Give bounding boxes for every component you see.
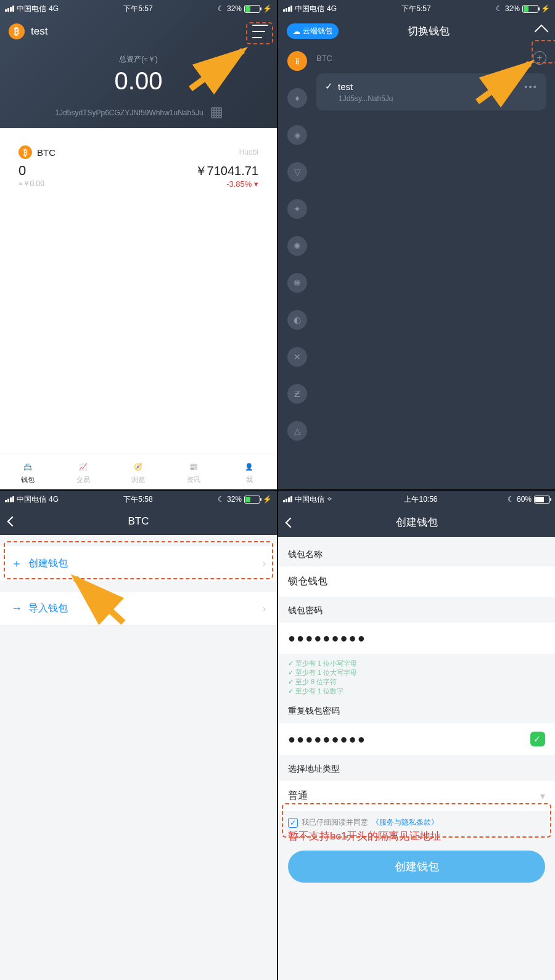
tab-wallet[interactable]: 📇钱包 — [20, 460, 35, 484]
check-icon: ✓ — [325, 81, 333, 92]
create-wallet-row[interactable]: ＋ 创建钱包 › — [0, 546, 277, 581]
compass-icon: 🧭 — [131, 460, 146, 473]
price-source: Huobi — [239, 148, 258, 157]
password-field[interactable]: ●●●●●●●●● — [278, 623, 555, 654]
token-change: -3.85% ▾ — [195, 179, 258, 189]
clock-label: 下午5:58 — [123, 494, 152, 505]
screen-create-wallet: 中国电信 ᯤ 上午10:56 ☾ 60% 创建钱包 钱包名称 锁仓钱包 钱包密码… — [278, 491, 555, 980]
chain-bnb-icon[interactable]: ✦ — [287, 199, 307, 219]
dnd-icon: ☾ — [218, 4, 224, 13]
page-title: BTC — [16, 515, 261, 528]
dropdown-caret-icon: ▾ — [540, 790, 545, 802]
collapse-icon[interactable] — [535, 24, 549, 38]
trade-icon: 📈 — [76, 460, 91, 473]
more-icon[interactable]: ••• — [524, 81, 538, 92]
password-label: 钱包密码 — [278, 597, 555, 623]
carrier-label: 中国电信 — [17, 494, 46, 505]
terms-link[interactable]: 《服务与隐私条款》 — [372, 817, 438, 828]
dnd-icon: ☾ — [496, 4, 503, 13]
battery-pct: 32% — [227, 4, 242, 13]
status-bar: 中国电信 4G 下午5:58 ☾ 32% ⚡ — [0, 491, 277, 508]
token-fiat: ≈￥0.00 — [18, 179, 44, 189]
chain-eth-icon[interactable]: ♦ — [287, 88, 307, 108]
signal-icon — [283, 6, 292, 12]
section-label: BTC — [316, 54, 332, 63]
chevron-right-icon: › — [263, 603, 266, 615]
profile-icon: 👤 — [242, 460, 257, 473]
clock-label: 下午5:57 — [401, 4, 430, 14]
dnd-icon: ☾ — [508, 495, 514, 504]
tab-trade[interactable]: 📈交易 — [76, 460, 91, 484]
import-wallet-row[interactable]: → 导入钱包 › — [0, 592, 277, 626]
address-type-select[interactable]: 普通 ▾ — [278, 781, 555, 811]
create-wallet-label: 创建钱包 — [28, 557, 68, 570]
battery-icon — [534, 496, 550, 504]
screen-btc-options: 中国电信 4G 下午5:58 ☾ 32% ⚡ BTC ＋ 创建钱包 › → 导入… — [0, 491, 277, 980]
wallet-name-field[interactable]: 锁仓钱包 — [278, 566, 555, 597]
token-amount: 0 — [18, 163, 44, 179]
add-wallet-icon[interactable]: + — [533, 51, 546, 65]
page-title: 创建钱包 — [294, 515, 539, 529]
screen-wallet-home: 中国电信 4G 下午5:57 ☾ 32% ⚡ ₿ test 总资产(≈￥) 0.… — [0, 0, 277, 489]
total-assets-amount: 0.00 — [0, 67, 277, 95]
status-bar: 中国电信 4G 下午5:57 ☾ 32% ⚡ — [0, 0, 277, 17]
import-wallet-label: 导入钱包 — [28, 602, 68, 615]
carrier-label: 中国电信 — [17, 4, 46, 14]
network-label: 4G — [49, 495, 59, 504]
agree-row[interactable]: ✓ 我已仔细阅读并同意 《服务与隐私条款》 — [278, 811, 555, 828]
chain-ada-icon[interactable]: △ — [287, 421, 307, 441]
token-row-btc[interactable]: ₿ BTC Huobi 0 ≈￥0.00 ￥71041.71 -3.85% ▾ — [9, 137, 268, 198]
token-price: ￥71041.71 — [195, 163, 258, 179]
network-label: 4G — [327, 4, 337, 13]
chain-trx-icon[interactable]: ▽ — [287, 162, 307, 182]
screen-switch-wallet: 中国电信 4G 下午5:57 ☾ 32% ⚡ ☁云端钱包 切换钱包 ₿ ♦ ◈ … — [278, 0, 555, 489]
total-assets-label: 总资产(≈￥) — [0, 54, 277, 65]
dnd-icon: ☾ — [218, 495, 224, 504]
wallet-card-test[interactable]: ✓ test ••• 1Jd5sy...Nah5Ju — [316, 73, 546, 110]
arrow-right-icon: → — [11, 602, 22, 615]
battery-pct: 32% — [505, 4, 520, 13]
cloud-icon: ☁ — [293, 27, 300, 36]
chain-x-icon[interactable]: ✕ — [287, 347, 307, 367]
wallet-address[interactable]: 1Jd5sydTSyPp6CGZYJNf59Whhw1uNah5Ju — [55, 108, 203, 117]
signal-icon — [283, 496, 292, 502]
wallet-name-label: 钱包名称 — [278, 541, 555, 566]
wifi-icon: ᯤ — [327, 495, 334, 504]
create-wallet-button[interactable]: 创建钱包 — [288, 851, 545, 883]
page-title: 切换钱包 — [345, 24, 512, 38]
charging-icon: ⚡ — [263, 495, 272, 504]
cloud-wallet-pill[interactable]: ☁云端钱包 — [287, 23, 339, 39]
password-rules: 至少有 1 位小写字母至少有 1 位大写字母至少 8 位字符至少有 1 位数字 — [278, 654, 555, 697]
wallet-icon: 📇 — [20, 460, 35, 473]
charging-icon: ⚡ — [541, 4, 550, 13]
chain-atom-icon[interactable]: ✺ — [287, 236, 307, 256]
password-match-icon: ✓ — [530, 732, 545, 746]
status-bar: 中国电信 ᯤ 上午10:56 ☾ 60% — [278, 491, 555, 508]
chain-iost-icon[interactable]: ❋ — [287, 273, 307, 293]
address-type-label: 选择地址类型 — [278, 755, 555, 781]
agree-text: 我已仔细阅读并同意 — [302, 817, 368, 828]
tab-browse[interactable]: 🧭浏览 — [131, 460, 146, 484]
wallet-address-short: 1Jd5sy...Nah5Ju — [339, 94, 538, 103]
segwit-warning: 暂不支持bc1开头的隔离见证地址 — [278, 828, 555, 844]
battery-pct: 32% — [227, 495, 242, 504]
charging-icon: ⚡ — [263, 4, 272, 13]
tab-news[interactable]: 📰资讯 — [186, 460, 201, 484]
chain-ont-icon[interactable]: ◐ — [287, 310, 307, 330]
battery-icon — [244, 5, 260, 13]
password2-field[interactable]: ●●●●●●●●● ✓ — [278, 723, 555, 755]
wallet-name: test — [31, 25, 252, 38]
wallet-header-area: 中国电信 4G 下午5:57 ☾ 32% ⚡ ₿ test 总资产(≈￥) 0.… — [0, 0, 277, 128]
bottom-tabbar: 📇钱包 📈交易 🧭浏览 📰资讯 👤我 — [0, 454, 277, 489]
carrier-label: 中国电信 — [295, 4, 324, 14]
clock-label: 下午5:57 — [123, 4, 152, 14]
qr-icon[interactable] — [211, 107, 222, 118]
tab-me[interactable]: 👤我 — [242, 460, 257, 484]
wallet-name: test — [338, 81, 353, 92]
agree-checkbox[interactable]: ✓ — [288, 818, 298, 828]
menu-icon[interactable] — [252, 25, 268, 38]
chain-eos-icon[interactable]: ◈ — [287, 125, 307, 145]
signal-icon — [5, 6, 14, 12]
chain-zil-icon[interactable]: Ƶ — [287, 384, 307, 404]
chain-btc-icon[interactable]: ₿ — [287, 51, 307, 71]
